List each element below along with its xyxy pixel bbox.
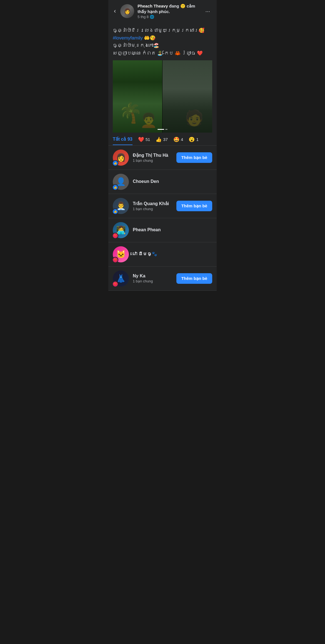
person-info: Đặng Thị Thu Hà 1 bạn chung — [133, 153, 172, 163]
avatar[interactable]: 👩 — [120, 4, 134, 18]
like-emoji: 👍 — [156, 136, 162, 143]
photo-indicator — [158, 129, 168, 130]
add-friend-button[interactable]: Thêm bạn bè — [176, 273, 212, 284]
wow-emoji: 😮 — [189, 136, 195, 143]
photo-right-overlay — [162, 60, 212, 133]
list-item: 👗 ❤️ Ny Ka 1 bạn chung Thêm bạn bè — [108, 267, 217, 291]
reactions-tabs: Tất cả 93 ❤️ 51 👍 37 🤩 4 😮 1 — [113, 136, 212, 145]
reaction-badge-icon: ❤️ — [112, 281, 118, 287]
photo-left: 🌴 🧑‍🦱 — [113, 60, 162, 133]
avatar-image: 👩 — [120, 4, 134, 18]
mutual-friends: 1 bạn chung — [133, 207, 172, 211]
person-name: Choeun Den — [133, 179, 212, 184]
post-date: 5 thg 8 — [138, 15, 149, 19]
reaction-badge-icon: ❤️ — [112, 257, 118, 263]
photo-dot-1 — [158, 129, 164, 130]
heart-emoji: ❤️ — [138, 136, 144, 143]
hashtag[interactable]: #lovemyfamily — [113, 35, 143, 41]
post-content: ចូឆ្នាំបាំជីររលេងជាមួយក្រុមក្រសារ🥰 #love… — [108, 22, 217, 133]
post-line2-emojis: 🤲😘 — [144, 35, 156, 41]
post-text: ចូឆ្នាំបាំជីររលេងជាមួយក្រុមក្រសារ🥰 #love… — [113, 27, 212, 57]
header-info: Pheach Theavy đang 🙂 cảm thấy hạnh phúc.… — [138, 3, 200, 19]
tab-all[interactable]: Tất cả 93 — [113, 136, 132, 145]
header-subtitle: 5 thg 8 🌐 — [138, 15, 200, 19]
person-info: Phean Phean — [133, 227, 212, 233]
back-button[interactable]: ‹ — [113, 6, 117, 16]
list-item: 👤 👍 Choeun Den — [108, 170, 217, 194]
post-line1: ចូឆ្នាំបាំជីររលេងជាមួយក្រុមក្រសារ🥰 — [113, 27, 212, 34]
person-name: Ny Ka — [133, 273, 172, 279]
post-line4: សញ្ញាបណ្ណ កំពត 🏝️-កែប 🦀 រំលូាច ❤️ — [113, 49, 212, 57]
tab-haha[interactable]: 🤩 4 — [173, 136, 183, 145]
person-name: វោ ឌីមធូ🐾 — [133, 251, 212, 257]
reaction-badge-icon: 👍 — [112, 160, 118, 166]
haha-emoji: 🤩 — [173, 136, 179, 143]
haha-count: 4 — [181, 137, 183, 142]
list-item: 👩‍💻 ❤️ Phean Phean — [108, 218, 217, 242]
post-line2: #lovemyfamily 🤲😘 — [113, 34, 212, 42]
person-info: Choeun Den — [133, 179, 212, 185]
add-friend-button[interactable]: Thêm bạn bè — [176, 201, 212, 211]
person-name: Phean Phean — [133, 227, 212, 232]
tab-wow[interactable]: 😮 1 — [189, 136, 198, 145]
person-avatar[interactable]: 🐱 ❤️ — [113, 246, 129, 262]
list-item: 👩 👍 Đặng Thị Thu Hà 1 bạn chung Thêm bạn… — [108, 146, 217, 170]
person-avatar[interactable]: 👩‍💻 ❤️ — [113, 222, 129, 238]
list-item: 🐱 ❤️ វោ ឌីមធូ🐾 — [108, 242, 217, 267]
header: ‹ 👩 Pheach Theavy đang 🙂 cảm thấy hạnh p… — [108, 0, 217, 22]
more-options-button[interactable]: ··· — [203, 7, 212, 16]
like-count: 37 — [163, 137, 168, 142]
photo-right: 🧑 — [162, 60, 212, 133]
add-friend-button[interactable]: Thêm bạn bè — [176, 152, 212, 163]
reaction-badge-icon: 👍 — [112, 184, 118, 190]
person-name: Đặng Thị Thu Hà — [133, 153, 172, 158]
mutual-friends: 1 bạn chung — [133, 158, 172, 163]
user-name: Pheach Theavy — [138, 4, 168, 8]
person-avatar[interactable]: 👤 👍 — [113, 174, 129, 190]
tab-all-label: Tất cả 93 — [113, 136, 132, 142]
person-avatar[interactable]: 👨‍💼 👍 — [113, 198, 129, 214]
wow-count: 1 — [196, 137, 198, 142]
list-item: 👨‍💼 👍 Trần Quang Khải 1 bạn chung Thêm b… — [108, 194, 217, 218]
person-info: Ny Ka 1 bạn chung — [133, 273, 172, 283]
person-info: Trần Quang Khải 1 bạn chung — [133, 201, 172, 211]
photo-dot-2 — [165, 129, 168, 130]
person-avatar[interactable]: 👗 ❤️ — [113, 270, 129, 287]
tab-heart[interactable]: ❤️ 51 — [138, 136, 150, 145]
person-avatar[interactable]: 👩 👍 — [113, 150, 129, 166]
person-name: Trần Quang Khải — [133, 201, 172, 206]
reaction-badge-icon: 👍 — [112, 208, 118, 215]
header-title: Pheach Theavy đang 🙂 cảm thấy hạnh phúc. — [138, 3, 200, 14]
globe-icon: 🌐 — [150, 15, 154, 19]
mutual-friends: 1 bạn chung — [133, 279, 172, 283]
people-list: 👩 👍 Đặng Thị Thu Hà 1 bạn chung Thêm bạn… — [108, 146, 217, 291]
photo-overlay — [113, 60, 162, 133]
tab-like[interactable]: 👍 37 — [156, 136, 168, 145]
reactions-bar: Tất cả 93 ❤️ 51 👍 37 🤩 4 😮 1 — [108, 133, 217, 146]
person-info: វោ ឌីមធូ🐾 — [133, 251, 212, 257]
reaction-badge-icon: ❤️ — [112, 233, 118, 239]
heart-count: 51 — [146, 137, 150, 142]
post-line3: ចូឆ្នាំបាំមុនកុងកោះ🏖️ — [113, 42, 212, 49]
photo-container[interactable]: 🌴 🧑‍🦱 🧑 — [113, 60, 212, 133]
